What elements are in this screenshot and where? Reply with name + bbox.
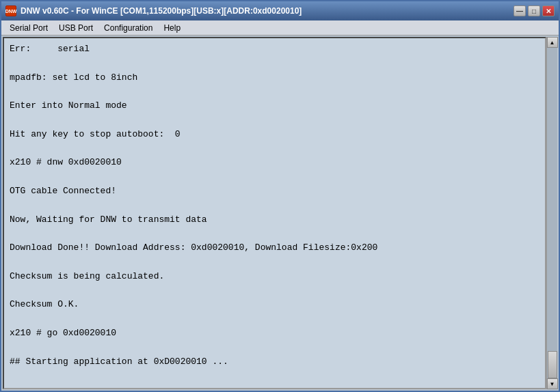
terminal-line: Enter into Normal mode [10, 99, 539, 113]
main-window: DNW DNW v0.60C - For WinCE [COM1,115200b… [0, 0, 560, 392]
terminal-line [10, 341, 539, 355]
terminal-line [10, 170, 539, 184]
terminal-line [10, 227, 539, 241]
close-button[interactable]: ✕ [542, 5, 555, 16]
menu-usb-port[interactable]: USB Port [53, 22, 98, 34]
terminal-line: mpadfb: set lcd to 8inch [10, 71, 539, 85]
terminal-line: Err: serial [10, 42, 539, 57]
terminal-line [10, 113, 539, 128]
terminal-line: ## Starting application at 0xD0020010 ..… [10, 355, 539, 369]
terminal-line: Download Done!! Download Address: 0xd002… [10, 241, 539, 255]
terminal-line: Hit any key to stop autoboot: 0 [10, 128, 539, 142]
scroll-track[interactable] [547, 48, 557, 378]
scroll-up-button[interactable]: ▲ [547, 37, 558, 48]
terminal-line: x210 # go 0xd0020010 [10, 326, 539, 341]
scroll-thumb[interactable] [548, 351, 557, 378]
terminal-line [10, 142, 539, 156]
terminal-line: Now, Waiting for DNW to transmit data [10, 213, 539, 227]
terminal-line: x210 # dnw 0xd0020010 [10, 156, 539, 170]
terminal-line: Checksum is being calculated. [10, 270, 539, 284]
menu-help[interactable]: Help [158, 22, 186, 34]
terminal-line [10, 255, 539, 270]
scrollbar[interactable]: ▲ ▼ [546, 37, 557, 389]
window-title: DNW v0.60C - For WinCE [COM1,115200bps][… [21, 6, 302, 16]
minimize-button[interactable]: — [514, 5, 526, 16]
maximize-button[interactable]: □ [528, 5, 540, 16]
content-area: Err: serial mpadfb: set lcd to 8inch Ent… [1, 36, 559, 391]
terminal-line [10, 85, 539, 99]
terminal-output: Err: serial mpadfb: set lcd to 8inch Ent… [3, 37, 546, 389]
terminal-line: Checksum O.K. [10, 298, 539, 312]
title-bar-left: DNW DNW v0.60C - For WinCE [COM1,115200b… [5, 5, 302, 16]
terminal-line: OTG cable Connected! [10, 184, 539, 199]
terminal-line [10, 57, 539, 71]
app-icon: DNW [5, 5, 16, 16]
terminal-line [10, 284, 539, 298]
scroll-down-button[interactable]: ▼ [547, 378, 558, 389]
title-bar: DNW DNW v0.60C - For WinCE [COM1,115200b… [1, 1, 559, 20]
menu-bar: Serial Port USB Port Configuration Help [1, 20, 559, 36]
terminal-line [10, 312, 539, 326]
terminal-line [10, 199, 539, 213]
window-controls: — □ ✕ [514, 5, 555, 16]
menu-serial-port[interactable]: Serial Port [4, 22, 53, 34]
menu-configuration[interactable]: Configuration [98, 22, 158, 34]
